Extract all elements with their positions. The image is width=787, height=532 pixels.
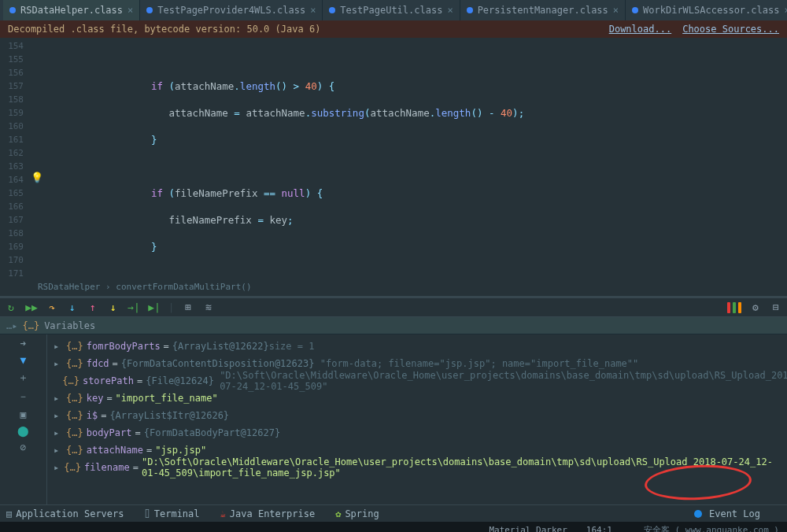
variable-row[interactable]: ▸{…}bodyPart={FormDataBodyPart@12627} [54, 424, 781, 441]
tab-label: PersistentManager.class [478, 5, 608, 16]
variable-row[interactable]: ▸{…}key="import_file_name" [54, 390, 781, 407]
variable-row[interactable]: {…}storePath={File@12624} "D:\Soft\Oracl… [54, 372, 781, 390]
choose-sources-link[interactable]: Choose Sources... [682, 24, 779, 35]
stepover-icon[interactable]: ↷ [46, 301, 58, 314]
resume-icon[interactable]: ▶▶ [25, 301, 38, 314]
close-icon[interactable]: × [127, 5, 133, 16]
download-link[interactable]: Download... [609, 24, 671, 35]
pin-icon[interactable]: ⊟ [770, 301, 782, 314]
close-icon[interactable]: × [613, 5, 619, 16]
rerun-icon[interactable]: ↻ [5, 301, 17, 314]
close-icon[interactable]: × [310, 5, 316, 16]
restore-icon[interactable]: ➜ [20, 338, 27, 349]
theme-label[interactable]: Material Darker [489, 525, 567, 533]
file-icon [146, 7, 153, 13]
filter-icon[interactable]: ▼ [20, 354, 27, 366]
threads-icon[interactable]: ⬤ [17, 425, 29, 437]
server-icon: ▤ [6, 508, 12, 519]
status-bar: Material Darker 164:1 安全客 ( www.anquanke… [0, 522, 787, 532]
close-icon[interactable]: × [447, 5, 453, 16]
event-log-button[interactable]: Event Log [694, 508, 760, 519]
file-icon [9, 7, 16, 13]
tab-label: WorkDirWLSAccessor.class [643, 5, 779, 16]
gutter-icons: 💡 [28, 38, 46, 280]
close-icon[interactable]: × [784, 5, 787, 16]
tab-rsdatahelper[interactable]: RSDataHelper.class× [3, 0, 140, 20]
debug-panel: ➜ ▼ ＋ － ▣ ⬤ ⊘ ▸{…}fomrBodyParts={ArrayLi… [0, 334, 787, 504]
java-icon: ☕ [220, 508, 226, 519]
variable-row[interactable]: ▸{…}fomrBodyParts={ArrayList@12622} size… [54, 338, 781, 355]
file-icon [467, 7, 473, 13]
variable-row[interactable]: ▸{…}i$={ArrayList$Itr@12626} [54, 407, 781, 424]
spring-icon: ✿ [335, 508, 341, 519]
memory-indicator[interactable] [727, 302, 741, 313]
editor-tabs: RSDataHelper.class× TestPageProvider4WLS… [0, 0, 787, 20]
javaee-button[interactable]: ☕Java Enterprise [220, 508, 316, 519]
decompiled-msg: Decompiled .class file, bytecode version… [8, 24, 320, 35]
settings-icon[interactable]: ⚙ [749, 301, 762, 314]
stepinto-icon[interactable]: ↓ [66, 301, 79, 314]
app-servers-button[interactable]: ▤Application Servers [6, 508, 124, 519]
eval-icon[interactable]: ⊞ [182, 301, 194, 314]
variables-tree[interactable]: ▸{…}fomrBodyParts={ArrayList@12622} size… [47, 334, 787, 504]
tab-label: RSDataHelper.class [20, 5, 123, 16]
editor-breadcrumb[interactable]: RSDataHelper › convertFormDataMultiPart(… [0, 280, 787, 296]
decompiled-banner: Decompiled .class file, bytecode version… [0, 20, 787, 38]
add-icon[interactable]: ＋ [18, 371, 28, 385]
tab-testpageprovider[interactable]: TestPageProvider4WLS.class× [140, 0, 323, 20]
tab-testpageutil[interactable]: TestPageUtil.class× [323, 0, 460, 20]
cursor-position[interactable]: 164:1 [586, 525, 612, 533]
tab-workdirwls[interactable]: WorkDirWLSAccessor.class× [626, 0, 787, 20]
group-icon[interactable]: ▣ [20, 408, 27, 420]
tab-label: TestPageProvider4WLS.class [157, 5, 305, 16]
variables-header[interactable]: …▸ {…} Variables [0, 317, 787, 334]
file-icon [632, 7, 638, 13]
terminal-icon: ⌷ [145, 508, 150, 519]
variables-title: Variables [44, 320, 95, 331]
runto-icon[interactable]: →| [127, 301, 140, 314]
terminal-button[interactable]: ⌷Terminal [145, 508, 200, 519]
watermark: 安全客 ( www.anquanke.com ) [644, 524, 779, 533]
stepout-icon[interactable]: ↑ [87, 301, 99, 314]
trace-icon[interactable]: ≋ [202, 301, 215, 314]
code-editor[interactable]: 1541551561571581591601611621631641651661… [0, 38, 787, 280]
tool-window-bar: ▤Application Servers ⌷Terminal ☕Java Ent… [0, 504, 787, 522]
event-dot-icon [694, 510, 702, 518]
tab-persistentmanager[interactable]: PersistentManager.class× [460, 0, 626, 20]
file-icon [329, 7, 335, 13]
debug-left-toolbar: ➜ ▼ ＋ － ▣ ⬤ ⊘ [0, 334, 47, 504]
lightbulb-icon[interactable]: 💡 [28, 172, 46, 183]
drop-icon[interactable]: ▶| [148, 301, 161, 314]
forcestep-icon[interactable]: ↓ [107, 301, 120, 314]
mute-icon[interactable]: ⊘ [20, 441, 27, 453]
code-area[interactable]: if (attachName.length() > 40) { attachNa… [46, 38, 787, 280]
tab-label: TestPageUtil.class [340, 5, 442, 16]
debug-toolbar: ↻ ▶▶ ↷ ↓ ↑ ↓ →| ▶| | ⊞ ≋ ⚙ ⊟ [0, 298, 787, 317]
minus-icon[interactable]: － [18, 390, 28, 404]
spring-button[interactable]: ✿Spring [335, 508, 379, 519]
variable-row[interactable]: ▸{…}filename="D:\Soft\Oracle\Middleware\… [54, 459, 781, 476]
line-gutter: 1541551561571581591601611621631641651661… [0, 38, 28, 280]
